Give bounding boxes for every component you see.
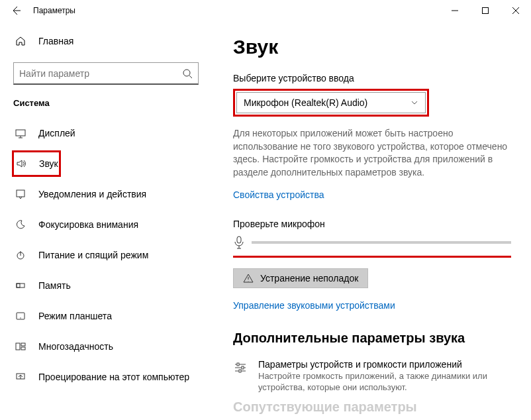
manage-devices-link[interactable]: Управление звуковыми устройствами bbox=[233, 300, 511, 311]
svg-rect-14 bbox=[237, 363, 239, 366]
sliders-icon bbox=[233, 359, 248, 394]
troubleshoot-button[interactable]: Устранение неполадок bbox=[233, 268, 368, 288]
input-device-label: Выберите устройство ввода bbox=[233, 73, 511, 83]
chevron-down-icon bbox=[410, 99, 418, 107]
storage-icon bbox=[15, 280, 26, 291]
nav-power[interactable]: Питание и спящий режим bbox=[13, 242, 199, 268]
nav-project[interactable]: Проецирование на этот компьютер bbox=[13, 364, 199, 390]
svg-rect-9 bbox=[16, 343, 20, 350]
maximize-button[interactable] bbox=[470, 0, 501, 21]
svg-rect-15 bbox=[242, 366, 244, 369]
input-device-desc: Для некоторых приложений может быть наст… bbox=[233, 127, 511, 179]
nav-item-label: Уведомления и действия bbox=[38, 189, 146, 199]
sound-icon bbox=[15, 158, 27, 169]
nav-notifications[interactable]: Уведомления и действия bbox=[13, 181, 199, 207]
device-properties-link[interactable]: Свойства устройства bbox=[233, 189, 511, 200]
nav-tablet[interactable]: Режим планшета bbox=[13, 303, 199, 329]
related-settings-partial: Сопутствующие параметры bbox=[233, 399, 417, 415]
svg-rect-16 bbox=[239, 370, 241, 372]
app-volume-title: Параметры устройств и громкости приложен… bbox=[258, 359, 511, 370]
nav-item-label: Дисплей bbox=[38, 128, 75, 138]
input-device-value: Микрофон (Realtek(R) Audio) bbox=[244, 97, 367, 108]
minimize-button[interactable] bbox=[440, 0, 470, 21]
nav-sound[interactable]: Звук bbox=[12, 150, 61, 177]
moon-icon bbox=[15, 219, 26, 230]
svg-rect-5 bbox=[17, 284, 24, 288]
input-device-select[interactable]: Микрофон (Realtek(R) Audio) bbox=[236, 92, 426, 113]
microphone-icon bbox=[233, 236, 245, 249]
svg-point-8 bbox=[20, 317, 21, 318]
close-button[interactable] bbox=[501, 0, 531, 21]
svg-rect-6 bbox=[17, 284, 20, 288]
svg-rect-11 bbox=[21, 347, 25, 350]
back-button[interactable] bbox=[8, 3, 24, 19]
svg-rect-2 bbox=[16, 130, 25, 136]
home-icon bbox=[15, 36, 26, 46]
nav-multitask[interactable]: Многозадачность bbox=[13, 333, 199, 360]
power-icon bbox=[15, 250, 26, 260]
page-heading: Звук bbox=[233, 36, 511, 58]
nav-item-label: Питание и спящий режим bbox=[38, 250, 148, 260]
svg-rect-13 bbox=[237, 236, 241, 243]
nav-item-label: Проецирование на этот компьютер bbox=[38, 372, 189, 382]
nav-item-label: Память bbox=[38, 280, 71, 291]
nav-display[interactable]: Дисплей bbox=[13, 120, 199, 146]
nav-item-label: Многозадачность bbox=[38, 341, 113, 352]
mic-level-meter bbox=[233, 236, 511, 258]
svg-point-1 bbox=[183, 70, 190, 76]
svg-rect-0 bbox=[483, 8, 489, 14]
project-icon bbox=[15, 372, 26, 382]
app-volume-settings[interactable]: Параметры устройств и громкости приложен… bbox=[233, 359, 511, 394]
search-box[interactable] bbox=[13, 62, 199, 85]
search-input[interactable] bbox=[19, 68, 182, 79]
svg-rect-10 bbox=[21, 343, 25, 346]
nav-group-system: Система bbox=[13, 98, 199, 108]
nav-focus[interactable]: Фокусировка внимания bbox=[13, 211, 199, 238]
app-volume-desc: Настройте громкость приложений, а также … bbox=[258, 371, 511, 394]
nav-item-label: Режим планшета bbox=[38, 311, 112, 321]
tablet-icon bbox=[15, 311, 26, 321]
notifications-icon bbox=[15, 189, 26, 199]
advanced-heading: Дополнительные параметры звука bbox=[233, 331, 511, 346]
display-icon bbox=[15, 128, 26, 138]
window-title: Параметры bbox=[33, 6, 75, 15]
svg-rect-3 bbox=[17, 190, 24, 197]
test-mic-label: Проверьте микрофон bbox=[233, 219, 511, 229]
warning-icon bbox=[243, 273, 254, 284]
nav-home-label: Главная bbox=[38, 36, 73, 46]
nav-item-label: Звук bbox=[39, 158, 58, 169]
troubleshoot-label: Устранение неполадок bbox=[260, 273, 358, 284]
nav-item-label: Фокусировка внимания bbox=[38, 219, 138, 230]
nav-home[interactable]: Главная bbox=[13, 28, 199, 54]
nav-storage[interactable]: Память bbox=[13, 272, 199, 299]
search-icon bbox=[182, 68, 193, 79]
multitask-icon bbox=[15, 341, 26, 352]
